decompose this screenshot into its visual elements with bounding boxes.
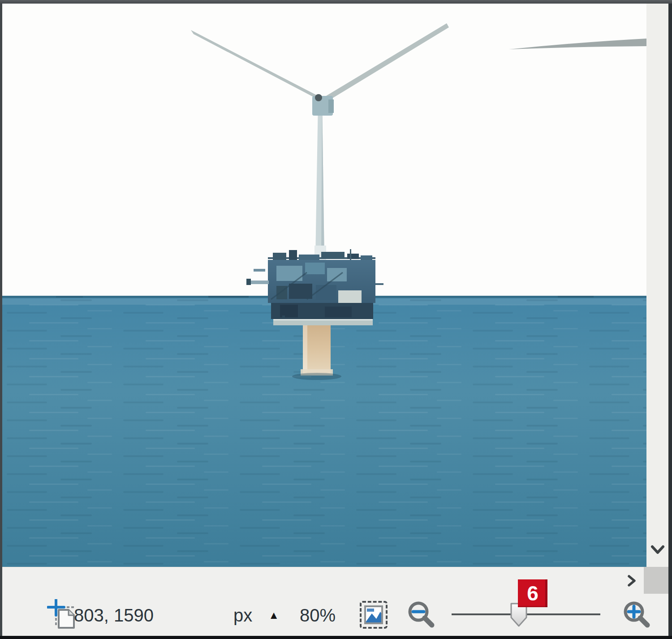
status-bar: 803, 1590 px ▲ 80% (2, 594, 668, 636)
zoom-to-window-icon (364, 605, 383, 624)
zoom-to-window-button[interactable] (360, 601, 388, 629)
vertical-scrollbar[interactable] (646, 4, 668, 567)
platform-left-boom (249, 281, 269, 284)
cursor-position-icon (47, 599, 77, 629)
units-label: px (233, 605, 252, 625)
units-dropdown-icon: ▲ (268, 605, 279, 625)
cursor-position-value: 803, 1590 (74, 605, 154, 625)
image-canvas[interactable] (2, 4, 646, 567)
nacelle-side (328, 99, 334, 113)
zoom-out-icon[interactable] (407, 600, 435, 629)
callout-badge-6: 6 (518, 579, 547, 607)
horizontal-scrollbar[interactable] (2, 567, 644, 594)
window-border-left (0, 4, 2, 636)
turbine-hub (315, 94, 322, 101)
callout-number: 6 (527, 581, 538, 605)
units-dropdown[interactable]: px ▲ (233, 605, 279, 625)
zoom-level-display[interactable]: 80% (300, 605, 336, 625)
zoom-in-icon[interactable] (622, 600, 651, 629)
window-border-bottom (0, 636, 672, 639)
window-border-top (0, 0, 672, 4)
scrollbar-corner (644, 567, 668, 594)
window-border-right (668, 4, 672, 636)
v-scroll-down-icon[interactable] (650, 543, 666, 558)
h-scroll-right-icon[interactable] (625, 574, 638, 587)
canvas-image (2, 4, 646, 567)
app-window: 803, 1590 px ▲ 80% (0, 0, 672, 639)
